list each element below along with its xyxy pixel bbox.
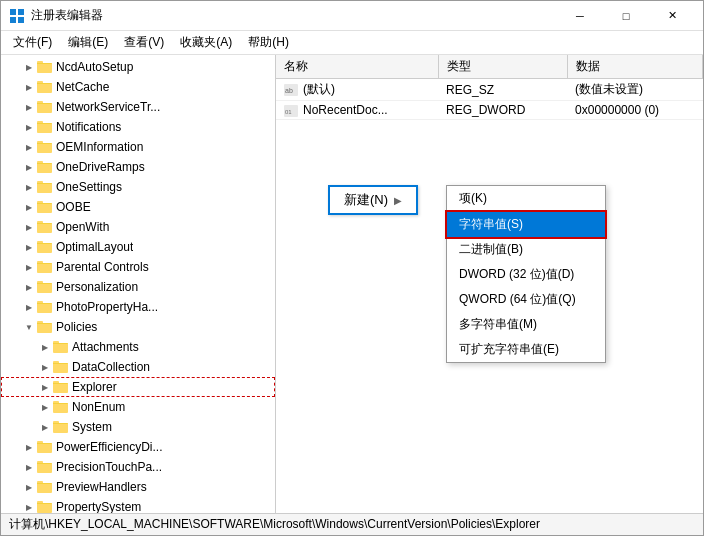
expand-icon: ▶ — [37, 419, 53, 435]
submenu-item[interactable]: 可扩充字符串值(E) — [447, 337, 605, 362]
folder-icon — [53, 339, 69, 355]
status-text: 计算机\HKEY_LOCAL_MACHINE\SOFTWARE\Microsof… — [9, 516, 540, 533]
svg-rect-66 — [37, 463, 52, 464]
svg-rect-36 — [37, 263, 52, 264]
menu-help[interactable]: 帮助(H) — [240, 32, 297, 53]
tree-item[interactable]: ▶ Explorer — [1, 377, 275, 397]
table-row[interactable]: ab(默认)REG_SZ(数值未设置) — [276, 79, 703, 101]
new-button-label: 新建(N) — [344, 191, 388, 209]
tree-item[interactable]: ▶ OneDriveRamps — [1, 157, 275, 177]
table-row[interactable]: 01NoRecentDoc...REG_DWORD0x00000000 (0) — [276, 101, 703, 120]
main-window: 注册表编辑器 ─ □ ✕ 文件(F) 编辑(E) 查看(V) 收藏夹(A) 帮助… — [0, 0, 704, 536]
cell-type: REG_SZ — [438, 79, 567, 101]
svg-rect-3 — [18, 17, 24, 23]
tree-item[interactable]: ▶ PropertySystem — [1, 497, 275, 513]
svg-rect-63 — [37, 443, 52, 444]
minimize-button[interactable]: ─ — [557, 1, 603, 31]
submenu-item[interactable]: 二进制值(B) — [447, 237, 605, 262]
folder-icon — [37, 239, 53, 255]
tree-item[interactable]: ▶ DataCollection — [1, 357, 275, 377]
tree-item[interactable]: ▶ OptimalLayout — [1, 237, 275, 257]
folder-icon — [53, 399, 69, 415]
folder-icon — [37, 319, 53, 335]
title-left: 注册表编辑器 — [9, 7, 103, 24]
tree-item[interactable]: ▶ Parental Controls — [1, 257, 275, 277]
cell-name: 01NoRecentDoc... — [276, 101, 438, 120]
svg-rect-21 — [37, 163, 52, 164]
submenu-item[interactable]: 多字符串值(M) — [447, 312, 605, 337]
tree-item-label: NonEnum — [72, 400, 125, 414]
tree-pane[interactable]: ▶ NcdAutoSetup▶ NetCache▶ NetworkService… — [1, 55, 276, 513]
menu-favorites[interactable]: 收藏夹(A) — [172, 32, 240, 53]
svg-rect-15 — [37, 123, 52, 124]
folder-icon — [37, 439, 53, 455]
svg-text:ab: ab — [285, 87, 293, 94]
expand-icon: ▶ — [37, 379, 53, 395]
svg-rect-57 — [53, 403, 68, 404]
tree-item[interactable]: ▶ PrecisionTouchPa... — [1, 457, 275, 477]
expand-icon: ▶ — [21, 59, 37, 75]
main-content: ▶ NcdAutoSetup▶ NetCache▶ NetworkService… — [1, 55, 703, 513]
svg-text:01: 01 — [285, 109, 292, 115]
menu-edit[interactable]: 编辑(E) — [60, 32, 116, 53]
folder-icon — [37, 79, 53, 95]
folder-icon — [37, 499, 53, 513]
folder-icon — [37, 59, 53, 75]
submenu-item[interactable]: QWORD (64 位)值(Q) — [447, 287, 605, 312]
cell-name: ab(默认) — [276, 79, 438, 101]
tree-item[interactable]: ▶ PowerEfficiencyDi... — [1, 437, 275, 457]
svg-rect-51 — [53, 363, 68, 364]
expand-icon: ▶ — [21, 119, 37, 135]
cell-data: 0x00000000 (0) — [567, 101, 702, 120]
folder-icon — [53, 419, 69, 435]
expand-icon: ▶ — [21, 79, 37, 95]
svg-rect-9 — [37, 83, 52, 84]
expand-icon: ▶ — [21, 99, 37, 115]
folder-icon — [37, 279, 53, 295]
tree-item[interactable]: ▶ NetCache — [1, 77, 275, 97]
folder-icon — [37, 299, 53, 315]
registry-table: 名称 类型 数据 ab(默认)REG_SZ(数值未设置)01NoRecentDo… — [276, 55, 703, 120]
tree-item-label: OpenWith — [56, 220, 109, 234]
tree-item-label: OEMInformation — [56, 140, 143, 154]
new-button[interactable]: 新建(N) ▶ — [328, 185, 418, 215]
tree-item[interactable]: ▶ NonEnum — [1, 397, 275, 417]
cell-type: REG_DWORD — [438, 101, 567, 120]
tree-item-label: Notifications — [56, 120, 121, 134]
menu-file[interactable]: 文件(F) — [5, 32, 60, 53]
svg-rect-45 — [37, 323, 52, 324]
expand-icon: ▶ — [21, 259, 37, 275]
tree-item[interactable]: ▶ NetworkServiceTr... — [1, 97, 275, 117]
tree-item[interactable]: ▼ Policies — [1, 317, 275, 337]
expand-icon: ▶ — [21, 219, 37, 235]
tree-item[interactable]: ▶ OneSettings — [1, 177, 275, 197]
tree-item-label: Attachments — [72, 340, 139, 354]
tree-item[interactable]: ▶ System — [1, 417, 275, 437]
tree-item[interactable]: ▶ Attachments — [1, 337, 275, 357]
tree-item[interactable]: ▶ OEMInformation — [1, 137, 275, 157]
tree-item[interactable]: ▶ Personalization — [1, 277, 275, 297]
tree-item[interactable]: ▶ NcdAutoSetup — [1, 57, 275, 77]
svg-rect-48 — [53, 343, 68, 344]
submenu-item[interactable]: 字符串值(S) — [447, 212, 605, 237]
tree-item[interactable]: ▶ PhotoPropertyHa... — [1, 297, 275, 317]
tree-item-label: Explorer — [72, 380, 117, 394]
expand-icon: ▶ — [21, 179, 37, 195]
tree-item[interactable]: ▶ PreviewHandlers — [1, 477, 275, 497]
svg-rect-39 — [37, 283, 52, 284]
menu-view[interactable]: 查看(V) — [116, 32, 172, 53]
tree-item[interactable]: ▶ OOBE — [1, 197, 275, 217]
svg-rect-69 — [37, 483, 52, 484]
tree-item-label: OptimalLayout — [56, 240, 133, 254]
maximize-button[interactable]: □ — [603, 1, 649, 31]
tree-item-label: OneSettings — [56, 180, 122, 194]
folder-icon — [53, 359, 69, 375]
tree-item-label: PrecisionTouchPa... — [56, 460, 162, 474]
svg-rect-24 — [37, 183, 52, 184]
tree-item[interactable]: ▶ Notifications — [1, 117, 275, 137]
submenu-item[interactable]: DWORD (32 位)值(D) — [447, 262, 605, 287]
tree-item[interactable]: ▶ OpenWith — [1, 217, 275, 237]
close-button[interactable]: ✕ — [649, 1, 695, 31]
svg-rect-27 — [37, 203, 52, 204]
folder-icon — [37, 119, 53, 135]
